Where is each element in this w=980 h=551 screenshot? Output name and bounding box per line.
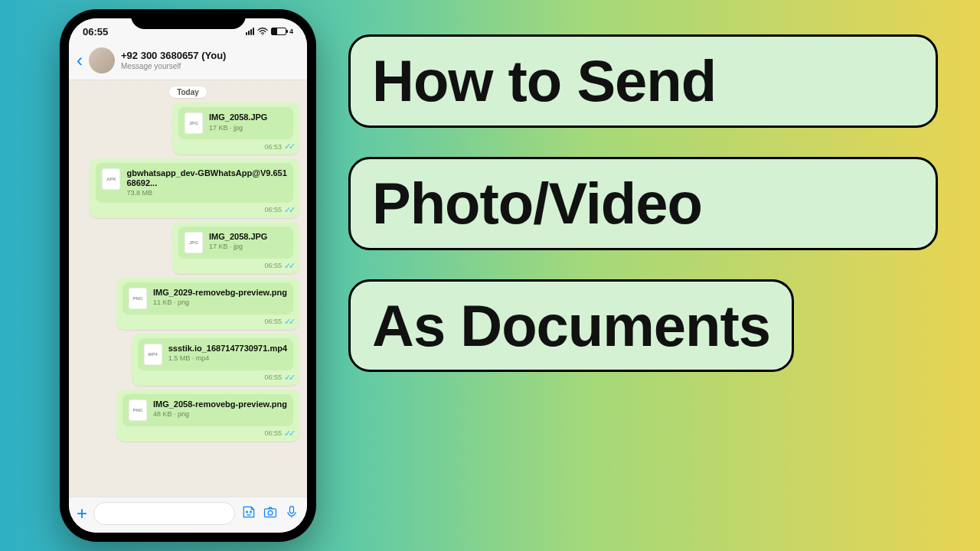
message-input[interactable] bbox=[93, 502, 235, 525]
sticker-icon[interactable] bbox=[241, 504, 256, 523]
svg-point-4 bbox=[268, 510, 273, 515]
file-name: IMG_2058.JPG bbox=[209, 232, 267, 242]
contact-subtitle: Message yourself bbox=[121, 62, 226, 70]
message-time: 06:55 ✓✓ bbox=[122, 317, 293, 327]
contact-name: +92 300 3680657 (You) bbox=[121, 51, 226, 61]
notch bbox=[131, 9, 246, 29]
file-name: IMG_2058-removebg-preview.png bbox=[153, 399, 287, 409]
read-ticks-icon: ✓✓ bbox=[284, 261, 293, 271]
file-type-icon: JPG bbox=[185, 232, 203, 253]
file-type-icon: MP4 bbox=[144, 344, 162, 365]
chat-header[interactable]: ‹ +92 300 3680657 (You) Message yourself bbox=[69, 44, 307, 80]
file-meta: 17 KB · jpg bbox=[209, 124, 267, 132]
svg-point-1 bbox=[247, 511, 248, 513]
avatar[interactable] bbox=[89, 47, 115, 73]
file-type-icon: JPG bbox=[185, 112, 203, 134]
battery-icon bbox=[271, 28, 286, 35]
read-ticks-icon: ✓✓ bbox=[284, 429, 293, 439]
message-time: 06:55 ✓✓ bbox=[138, 373, 293, 383]
title-cards: How to Send Photo/Video As Documents bbox=[348, 34, 949, 372]
message-bubble[interactable]: PNGIMG_2058-removebg-preview.png48 KB · … bbox=[116, 390, 299, 442]
svg-rect-3 bbox=[265, 508, 276, 517]
file-meta: 11 KB · png bbox=[153, 298, 287, 306]
title-card-2: Photo/Video bbox=[348, 157, 938, 250]
document-attachment[interactable]: PNGIMG_2029-removebg-preview.png11 KB · … bbox=[122, 282, 293, 315]
chat-area[interactable]: Today JPGIMG_2058.JPG17 KB · jpg06:53 ✓✓… bbox=[69, 80, 307, 497]
document-attachment[interactable]: MP4ssstik.io_1687147730971.mp41.5 MB · m… bbox=[138, 338, 293, 370]
file-name: IMG_2029-removebg-preview.png bbox=[153, 288, 287, 298]
title-card-1: How to Send bbox=[348, 34, 938, 128]
title-card-3: As Documents bbox=[348, 279, 794, 373]
document-attachment[interactable]: APKgbwhatsapp_dev-GBWhatsApp@V9.65168692… bbox=[96, 163, 293, 203]
camera-icon[interactable] bbox=[263, 504, 278, 523]
mic-icon[interactable] bbox=[284, 504, 299, 523]
svg-point-0 bbox=[262, 34, 263, 35]
wifi-icon bbox=[257, 28, 268, 35]
phone-frame: 06:55 4 ‹ +92 300 3680657 (You) Message … bbox=[60, 9, 316, 542]
svg-rect-5 bbox=[290, 506, 294, 513]
file-type-icon: PNG bbox=[129, 399, 147, 421]
status-time: 06:55 bbox=[83, 26, 108, 37]
message-time: 06:55 ✓✓ bbox=[122, 429, 293, 439]
file-meta: 17 KB · jpg bbox=[209, 243, 267, 250]
battery-label: 4 bbox=[289, 28, 293, 35]
attach-icon[interactable]: + bbox=[77, 503, 87, 524]
message-time: 06:55 ✓✓ bbox=[96, 205, 293, 215]
signal-icon bbox=[246, 28, 254, 35]
back-icon[interactable]: ‹ bbox=[77, 51, 83, 70]
message-bubble[interactable]: APKgbwhatsapp_dev-GBWhatsApp@V9.65168692… bbox=[90, 158, 299, 218]
date-chip: Today bbox=[169, 86, 207, 98]
screen: 06:55 4 ‹ +92 300 3680657 (You) Message … bbox=[69, 18, 307, 533]
document-attachment[interactable]: PNGIMG_2058-removebg-preview.png48 KB · … bbox=[122, 394, 293, 426]
document-attachment[interactable]: JPGIMG_2058.JPG17 KB · jpg bbox=[178, 227, 293, 259]
message-bubble[interactable]: JPGIMG_2058.JPG17 KB · jpg06:53 ✓✓ bbox=[172, 103, 299, 155]
file-name: gbwhatsapp_dev-GBWhatsApp@V9.65168692... bbox=[126, 168, 287, 187]
message-bubble[interactable]: JPGIMG_2058.JPG17 KB · jpg06:55 ✓✓ bbox=[172, 222, 299, 274]
message-time: 06:53 ✓✓ bbox=[178, 142, 293, 152]
header-title-block: +92 300 3680657 (You) Message yourself bbox=[121, 51, 226, 70]
read-ticks-icon: ✓✓ bbox=[284, 317, 293, 327]
file-type-icon: PNG bbox=[129, 288, 147, 309]
input-bar: + bbox=[69, 497, 307, 533]
file-name: ssstik.io_1687147730971.mp4 bbox=[168, 344, 287, 354]
file-name: IMG_2058.JPG bbox=[209, 112, 267, 122]
read-ticks-icon: ✓✓ bbox=[284, 142, 293, 152]
file-meta: 1.5 MB · mp4 bbox=[168, 354, 287, 362]
file-type-icon: APK bbox=[102, 168, 120, 190]
read-ticks-icon: ✓✓ bbox=[284, 373, 293, 383]
read-ticks-icon: ✓✓ bbox=[284, 205, 293, 215]
document-attachment[interactable]: JPGIMG_2058.JPG17 KB · jpg bbox=[178, 107, 293, 139]
file-meta: 48 KB · png bbox=[153, 410, 287, 418]
message-time: 06:55 ✓✓ bbox=[178, 261, 293, 271]
message-bubble[interactable]: PNGIMG_2029-removebg-preview.png11 KB · … bbox=[116, 278, 299, 330]
file-meta: 73.8 MB bbox=[126, 189, 287, 197]
status-right: 4 bbox=[246, 28, 293, 35]
message-bubble[interactable]: MP4ssstik.io_1687147730971.mp41.5 MB · m… bbox=[132, 334, 299, 386]
svg-point-2 bbox=[250, 511, 252, 513]
